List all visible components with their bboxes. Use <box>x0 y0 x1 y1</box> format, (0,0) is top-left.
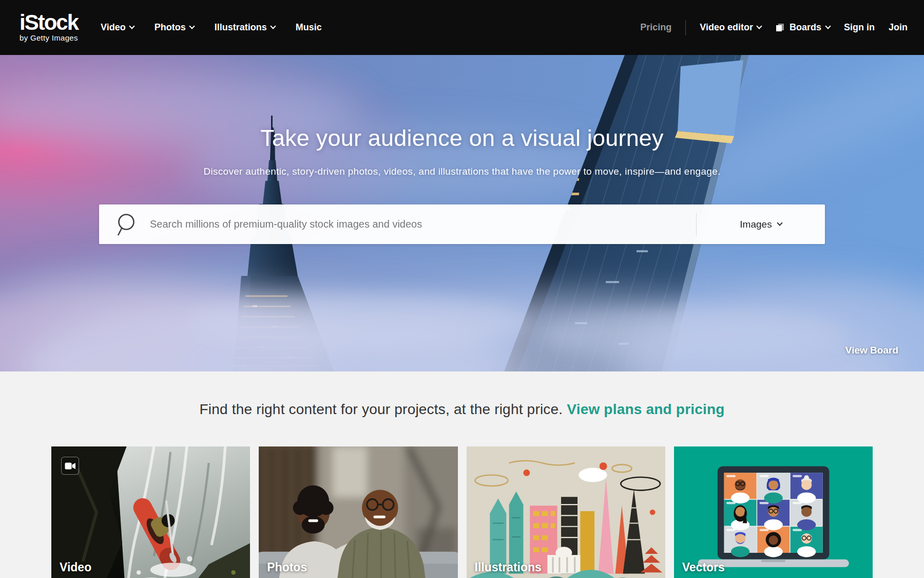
view-plans-link[interactable]: View plans and pricing <box>567 401 724 417</box>
category-label: Video <box>60 561 91 574</box>
media-type-value: Images <box>740 219 772 230</box>
istock-logo[interactable]: iStock by Getty Images <box>20 13 78 43</box>
chevron-down-icon <box>777 220 782 226</box>
nav-label: Music <box>296 22 322 33</box>
primary-nav: Video Photos Illustrations Music <box>101 22 322 33</box>
chevron-down-icon <box>270 23 276 29</box>
search-icon[interactable] <box>113 212 138 237</box>
category-card-photos[interactable]: Photos <box>259 446 457 578</box>
nav-item-video[interactable]: Video <box>101 22 134 33</box>
join-link[interactable]: Join <box>889 22 908 33</box>
pricing-link[interactable]: Pricing <box>640 22 671 33</box>
logo-text: iStock <box>20 13 78 32</box>
search-bar: Images <box>99 204 825 244</box>
chevron-down-icon <box>189 23 195 29</box>
chevron-down-icon <box>756 23 762 29</box>
nav-item-photos[interactable]: Photos <box>155 22 194 33</box>
nav-label: Photos <box>155 22 186 33</box>
category-label: Vectors <box>682 561 725 574</box>
istock-homepage: { "brand": { "logo_text": "iStock", "log… <box>0 0 924 578</box>
category-card-illustrations[interactable]: Illustrations <box>467 446 665 578</box>
nav-label: Illustrations <box>215 22 267 33</box>
sign-in-link[interactable]: Sign in <box>844 22 875 33</box>
hero-subtitle: Discover authentic, story-driven photos,… <box>0 166 924 177</box>
view-board-link[interactable]: View Board <box>845 345 898 356</box>
category-card-video[interactable]: Video <box>51 446 250 578</box>
hero-title: Take your audience on a visual journey <box>0 125 924 152</box>
nav-label: Video <box>101 22 126 33</box>
logo-tagline: by Getty Images <box>20 33 78 42</box>
category-cards: Video <box>0 446 924 578</box>
video-camera-icon <box>61 457 79 475</box>
category-label: Photos <box>267 561 307 574</box>
boards-menu[interactable]: Boards <box>775 22 830 33</box>
nav-item-illustrations[interactable]: Illustrations <box>215 22 275 33</box>
media-type-dropdown[interactable]: Images <box>697 219 825 230</box>
nav-label: Video editor <box>700 22 753 33</box>
photos-card-art <box>259 446 457 578</box>
secondary-nav: Pricing Video editor Boards Sign in Join <box>640 20 908 35</box>
chevron-down-icon <box>129 23 134 29</box>
nav-item-music[interactable]: Music <box>296 22 322 33</box>
video-editor-menu[interactable]: Video editor <box>700 22 761 33</box>
search-input[interactable] <box>150 209 696 240</box>
plans-section: Find the right content for your projects… <box>0 371 924 578</box>
category-card-vectors[interactable]: Vectors <box>674 446 873 578</box>
video-card-art <box>51 446 250 578</box>
illustrations-card-art <box>467 446 665 578</box>
nav-divider <box>685 20 686 35</box>
hero-section: Take your audience on a visual journey D… <box>0 55 924 371</box>
boards-icon <box>775 23 785 32</box>
nav-label: Boards <box>790 22 821 33</box>
plans-headline-text: Find the right content for your projects… <box>199 401 563 417</box>
vectors-card-art <box>674 446 873 578</box>
category-label: Illustrations <box>475 561 542 574</box>
chevron-down-icon <box>825 23 831 29</box>
plans-headline: Find the right content for your projects… <box>199 401 724 417</box>
top-nav: iStock by Getty Images Video Photos Illu… <box>0 0 924 55</box>
